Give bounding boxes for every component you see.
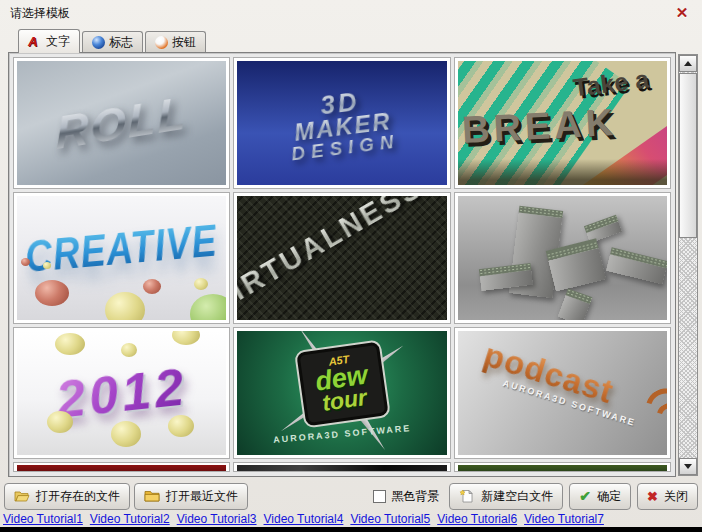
tab-button[interactable]: 按钮 (145, 31, 206, 52)
roll-art: ROLL (17, 61, 226, 185)
podcast-waves-icon (636, 378, 667, 433)
tour-text: tour (317, 387, 372, 416)
vertical-scrollbar[interactable] (678, 54, 698, 476)
template-thumbnail-partial-2[interactable] (233, 462, 450, 472)
partial-red-art (17, 465, 226, 471)
new-blank-file-label: 新建空白文件 (481, 488, 553, 505)
tab-text[interactable]: A 文字 (18, 29, 80, 53)
black-background-option: 黑色背景 (373, 488, 439, 505)
yellow-ball (55, 333, 85, 355)
template-thumbnail-creative[interactable]: CREATIVE (13, 192, 230, 324)
ok-label: 确定 (597, 488, 621, 505)
template-grid: ROLL 3D MAKER DESIGN Take a BREAK (9, 53, 675, 476)
virtualness-text: VIRTUALNESS (237, 196, 429, 318)
ok-button[interactable]: ✔ 确定 (569, 483, 631, 510)
down-arrow-icon (684, 464, 692, 469)
dew-tour-art: A5T dew tour AURORA3D SOFTWARE (237, 331, 446, 455)
template-thumbnail-roll[interactable]: ROLL (13, 57, 230, 189)
close-button[interactable]: ✖ 关闭 (637, 483, 698, 510)
template-thumbnail-money-blocks[interactable] (454, 192, 671, 324)
new-file-icon (459, 489, 475, 503)
roll-text: ROLL (55, 85, 188, 160)
red-ball (35, 280, 69, 306)
money-blocks-art (458, 196, 667, 320)
video-tutorial-link-3[interactable]: Video Tutorial3 (177, 512, 257, 526)
letter-block (606, 247, 667, 284)
yellow-ball (47, 411, 73, 433)
tab-button-label: 按钮 (172, 34, 196, 51)
footer-right-group: 黑色背景 新建空白文件 ✔ 确定 ✖ 关闭 (373, 483, 698, 510)
bottom-edge (0, 527, 702, 532)
break-text: BREAK (461, 101, 618, 152)
template-thumbnail-podcast[interactable]: podcast AURORA3D SOFTWARE (454, 327, 671, 459)
video-tutorial-link-2[interactable]: Video Tutorial2 (90, 512, 170, 526)
close-label: 关闭 (664, 488, 688, 505)
yellow-dot (43, 262, 51, 269)
letter-a-icon: A (28, 35, 42, 49)
podcast-art: podcast AURORA3D SOFTWARE (458, 331, 667, 455)
open-existing-file-label: 打开存在的文件 (36, 488, 120, 505)
break-art: Take a BREAK (458, 61, 667, 185)
partial-dark-art (237, 465, 446, 471)
tab-text-label: 文字 (46, 33, 70, 50)
scroll-down-button[interactable] (679, 458, 697, 475)
yellow-ball (105, 292, 145, 320)
tab-logo-label: 标志 (109, 34, 133, 51)
green-ball (190, 294, 226, 320)
yellow-ball-small (194, 278, 208, 290)
open-existing-file-button[interactable]: 打开存在的文件 (4, 483, 130, 510)
check-icon: ✔ (579, 488, 591, 504)
video-tutorial-link-5[interactable]: Video Tutorial5 (350, 512, 430, 526)
folder-open-icon (14, 489, 30, 503)
template-thumbnail-partial-3[interactable] (454, 462, 671, 472)
3dmaker-art: 3D MAKER DESIGN (237, 61, 446, 185)
yellow-ball (172, 331, 200, 345)
black-background-checkbox[interactable] (373, 490, 386, 503)
template-thumbnail-dew-tour[interactable]: A5T dew tour AURORA3D SOFTWARE (233, 327, 450, 459)
yellow-ball (111, 421, 141, 447)
aurora3d-software-text: AURORA3D SOFTWARE (273, 423, 412, 445)
template-thumbnail-virtualness[interactable]: VIRTUALNESS (233, 192, 450, 324)
letter-block (557, 288, 592, 320)
video-tutorial-link-7[interactable]: Video Tutorial7 (524, 512, 604, 526)
new-blank-file-button[interactable]: 新建空白文件 (449, 483, 563, 510)
grunge-ground (458, 159, 667, 185)
template-chooser-dialog: 请选择模板 ✕ A 文字 标志 按钮 ROLL (0, 0, 702, 532)
template-thumbnail-2012[interactable]: 2012 (13, 327, 230, 459)
blue-sphere-icon (92, 36, 105, 49)
virtualness-art: VIRTUALNESS (237, 196, 446, 320)
tab-logo[interactable]: 标志 (82, 31, 143, 52)
2012-art: 2012 (17, 331, 226, 455)
tab-bar: A 文字 标志 按钮 (0, 26, 702, 52)
dew-tour-badge: A5T dew tour (296, 342, 388, 427)
red-ball-small (143, 279, 161, 294)
footer-toolbar: 打开存在的文件 打开最近文件 黑色背景 新建空白文件 (0, 481, 702, 511)
open-recent-file-button[interactable]: 打开最近文件 (134, 483, 248, 510)
partial-green-art (458, 465, 667, 471)
scroll-up-button[interactable] (679, 55, 697, 72)
scrollbar-thumb[interactable] (679, 73, 697, 238)
yellow-ball (168, 415, 194, 437)
black-background-label: 黑色背景 (391, 488, 439, 505)
tutorial-links-row: Video Tutorial1Video Tutorial2Video Tuto… (3, 512, 701, 526)
video-tutorial-link-6[interactable]: Video Tutorial6 (437, 512, 517, 526)
creative-text: CREATIVE (24, 216, 220, 283)
orange-sphere-icon (155, 36, 168, 49)
open-recent-file-label: 打开最近文件 (166, 488, 238, 505)
x-icon: ✖ (647, 489, 658, 504)
folder-icon (144, 489, 160, 503)
yellow-ball (121, 343, 137, 357)
video-tutorial-link-4[interactable]: Video Tutorial4 (264, 512, 344, 526)
video-tutorial-link-1[interactable]: Video Tutorial1 (3, 512, 83, 526)
title-bar: 请选择模板 ✕ (0, 0, 702, 26)
template-thumbnail-break[interactable]: Take a BREAK (454, 57, 671, 189)
template-thumbnail-3dmaker[interactable]: 3D MAKER DESIGN (233, 57, 450, 189)
close-icon[interactable]: ✕ (672, 4, 692, 22)
template-thumbnail-partial-1[interactable] (13, 462, 230, 472)
red-dot (21, 258, 30, 266)
creative-art: CREATIVE (17, 196, 226, 320)
dialog-title: 请选择模板 (10, 5, 70, 22)
template-panel: ROLL 3D MAKER DESIGN Take a BREAK (8, 52, 676, 477)
up-arrow-icon (684, 61, 692, 66)
